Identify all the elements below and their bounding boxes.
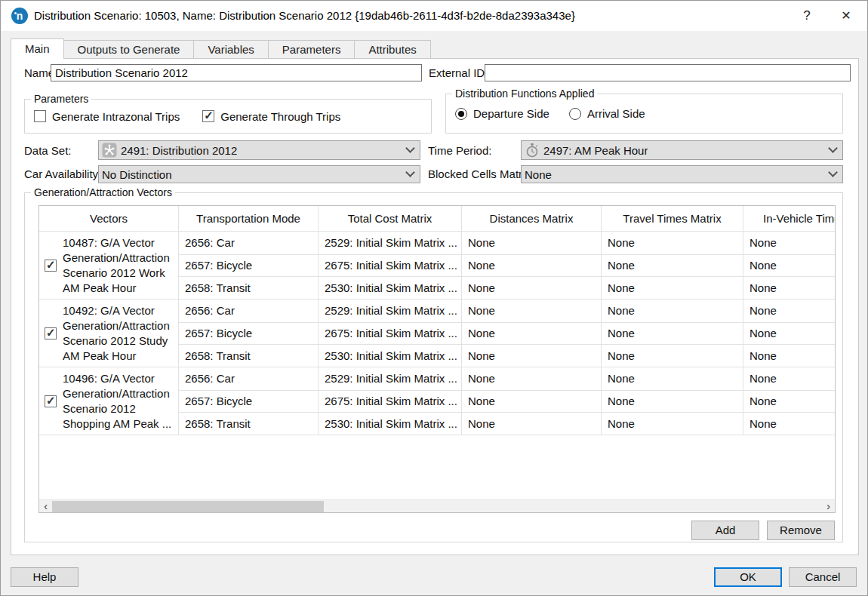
generate-intrazonal-trips-checkbox[interactable] [34,110,46,122]
mode-cell: 2658: Transit [179,345,319,367]
tab-variables[interactable]: Variables [194,40,268,58]
col-header-travel-times-matrix[interactable]: Travel Times Matrix [602,206,743,232]
name-input[interactable] [51,64,422,81]
chevron-down-icon [828,167,838,177]
chevron-down-icon [828,143,838,153]
data-set-dropdown[interactable]: 2491: Distribution 2012 [98,140,420,160]
distances-cell: None [462,413,602,435]
car-availability-value: No Distinction [102,168,172,181]
vectors-table: Vectors Transportation Mode Total Cost M… [38,205,836,513]
col-header-vectors[interactable]: Vectors [39,206,179,232]
distances-cell: None [462,255,602,277]
col-header-distances-matrix[interactable]: Distances Matrix [462,206,602,232]
generate-through-trips-checkbox[interactable] [202,110,214,122]
mode-cell: 2657: Bicycle [179,323,319,345]
mode-cell: 2657: Bicycle [179,255,319,277]
mode-cell: 2658: Transit [179,277,319,299]
tab-parameters[interactable]: Parameters [269,40,356,58]
scrollbar-thumb[interactable] [52,501,324,512]
distribution-functions-groupbox: Distribution Functions Applied Departure… [445,94,843,134]
car-availability-dropdown[interactable]: No Distinction [98,165,420,183]
vector-group-row: 10487: G/A Vector Generation/Attraction … [39,232,835,300]
time-period-dropdown[interactable]: 2497: AM Peak Hour [521,140,843,160]
col-header-transportation-mode[interactable]: Transportation Mode [179,206,319,232]
table-row[interactable]: 2657: Bicycle 2675: Initial Skim Matrix … [179,322,835,345]
table-row[interactable]: 2657: Bicycle 2675: Initial Skim Matrix … [179,254,835,277]
mode-rows: 2656: Car 2529: Initial Skim Matrix ... … [179,232,835,299]
horizontal-scrollbar[interactable]: ‹ › [39,499,835,512]
travel-times-cell: None [602,323,743,345]
distances-cell: None [462,391,602,413]
table-row[interactable]: 2658: Transit 2530: Initial Skim Matrix … [179,344,835,367]
generation-attraction-vectors-groupbox: Generation/Attraction Vectors Vectors Tr… [24,192,843,542]
remove-button[interactable]: Remove [767,521,835,540]
distribution-scenario-dialog: n Distribution Scenario: 10503, Name: Di… [0,0,868,596]
table-row[interactable]: 2656: Car 2529: Initial Skim Matrix ... … [179,232,835,254]
vector-name: 10492: G/A Vector Generation/Attraction … [63,303,177,364]
table-row[interactable]: 2658: Transit 2530: Initial Skim Matrix … [179,276,835,299]
add-button[interactable]: Add [691,521,759,540]
vector-checkbox[interactable] [45,327,57,339]
table-row[interactable]: 2658: Transit 2530: Initial Skim Matrix … [179,412,835,435]
blocked-cells-matrix-dropdown[interactable]: None [521,165,843,183]
time-period-label: Time Period: [428,144,491,157]
cancel-button[interactable]: Cancel [789,567,857,587]
in-vehicle-cell: None [743,367,835,390]
distances-cell: None [462,232,602,254]
titlebar: n Distribution Scenario: 10503, Name: Di… [1,1,867,31]
table-row[interactable]: 2657: Bicycle 2675: Initial Skim Matrix … [179,390,835,413]
total-cost-cell: 2675: Initial Skim Matrix ... [319,391,462,413]
col-header-total-cost-matrix[interactable]: Total Cost Matrix [319,206,462,232]
tab-attributes[interactable]: Attributes [355,40,430,58]
vector-checkbox[interactable] [45,395,57,407]
in-vehicle-cell: None [743,255,835,277]
tab-main[interactable]: Main [11,38,64,59]
vector-name: 10487: G/A Vector Generation/Attraction … [63,235,177,296]
generate-intrazonal-trips-label: Generate Intrazonal Trips [52,110,180,123]
travel-times-cell: None [602,232,743,254]
window-title: Distribution Scenario: 10503, Name: Dist… [34,9,575,22]
mode-cell: 2658: Transit [179,413,319,435]
scroll-right-icon[interactable]: › [822,500,835,513]
distances-cell: None [462,300,602,322]
vector-cell: 10492: G/A Vector Generation/Attraction … [39,300,179,367]
vector-checkbox[interactable] [45,260,57,272]
time-period-value: 2497: AM Peak Hour [543,144,648,157]
blocked-cells-matrix-value: None [525,168,552,181]
ok-button[interactable]: OK [714,567,782,587]
table-row[interactable]: 2656: Car 2529: Initial Skim Matrix ... … [179,300,835,322]
tab-bar: Main Outputs to Generate Variables Param… [11,38,431,58]
vector-group-row: 10492: G/A Vector Generation/Attraction … [39,300,835,367]
travel-times-cell: None [602,277,743,299]
car-availability-label: Car Availability: [24,167,101,180]
mode-cell: 2656: Car [179,367,319,390]
chevron-down-icon [405,167,415,177]
total-cost-cell: 2675: Initial Skim Matrix ... [319,323,462,345]
help-button[interactable]: Help [11,567,78,587]
vectors-group-title: Generation/Attraction Vectors [31,186,175,198]
departure-side-radio[interactable] [455,108,467,120]
blocked-cells-matrix-label: Blocked Cells Matrix: [428,167,534,180]
in-vehicle-cell: None [743,413,835,435]
vector-name: 10496: G/A Vector Generation/Attraction … [63,371,177,432]
titlebar-help-button[interactable]: ? [790,1,823,31]
arrival-side-radio[interactable] [569,108,581,120]
generate-through-trips-label: Generate Through Trips [220,110,340,123]
in-vehicle-cell: None [743,323,835,345]
travel-times-cell: None [602,367,743,390]
total-cost-cell: 2530: Initial Skim Matrix ... [319,413,462,435]
data-set-label: Data Set: [24,144,72,157]
distances-cell: None [462,367,602,390]
stopwatch-icon [525,143,540,158]
distances-cell: None [462,277,602,299]
scroll-left-icon[interactable]: ‹ [39,500,52,513]
external-id-input[interactable] [485,64,851,81]
travel-times-cell: None [602,391,743,413]
travel-times-cell: None [602,255,743,277]
col-header-in-vehicle-time[interactable]: In-Vehicle Time [743,206,835,232]
mode-rows: 2656: Car 2529: Initial Skim Matrix ... … [179,367,835,435]
table-row[interactable]: 2656: Car 2529: Initial Skim Matrix ... … [179,367,835,390]
tab-outputs-to-generate[interactable]: Outputs to Generate [64,40,195,58]
vector-cell: 10496: G/A Vector Generation/Attraction … [39,367,179,435]
titlebar-close-button[interactable]: ✕ [830,1,863,31]
